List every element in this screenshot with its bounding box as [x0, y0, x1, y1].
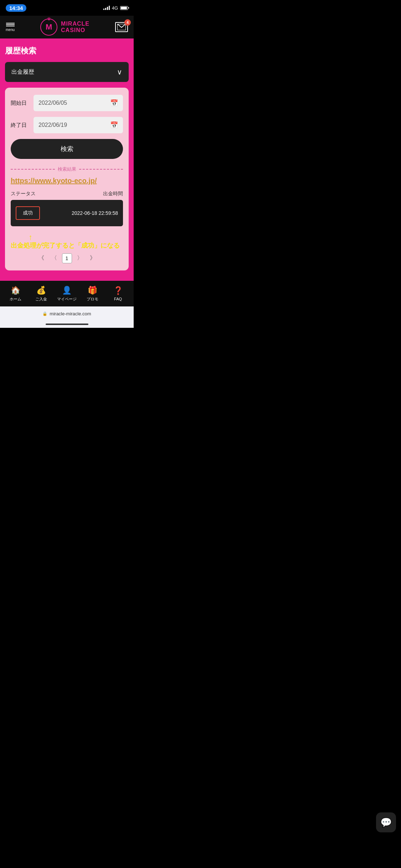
result-row: 成功 2022-06-18 22:59:58: [11, 200, 123, 226]
start-date-row: 開始日 2022/06/05 📅: [11, 95, 123, 111]
url-bar: 🔒 miracle-miracle.com: [0, 306, 134, 321]
status-header: ステータス: [11, 191, 36, 197]
nav-faq-label: FAQ: [114, 297, 122, 301]
page-title: 履歴検索: [5, 46, 129, 56]
chevron-down-icon: ∨: [117, 68, 122, 76]
nav-item-mypage[interactable]: 👤 マイページ: [54, 286, 80, 302]
end-date-row: 終了日 2022/06/19 📅: [11, 117, 123, 133]
results-divider: 検索結果: [11, 166, 123, 172]
pagination-last[interactable]: 》: [88, 253, 98, 263]
nav-item-faq[interactable]: ❓ FAQ: [105, 286, 131, 301]
result-time: 2022-06-18 22:59:58: [72, 210, 118, 216]
result-headers: ステータス 出金時間: [11, 191, 123, 197]
annotation-text: 出金処理が完了すると「成功」になる: [11, 241, 123, 250]
logo-area: ♛ M MIRACLE CASINO: [40, 19, 89, 36]
annotation: ↑ 出金処理が完了すると「成功」になる: [11, 231, 123, 250]
logo-miracle: MIRACLE: [61, 21, 89, 27]
battery-icon: [120, 6, 128, 10]
home-bar: [46, 324, 88, 325]
nav-item-home[interactable]: 🏠 ホーム: [3, 286, 29, 302]
end-date-input[interactable]: 2022/06/19 📅: [34, 117, 123, 133]
calendar-icon: 📅: [110, 121, 118, 129]
mail-button[interactable]: 4: [115, 22, 128, 32]
end-date-label: 終了日: [11, 122, 29, 129]
pagination-current: 1: [62, 253, 72, 263]
faq-icon: ❓: [113, 286, 123, 295]
nav-item-promo[interactable]: 🎁 プロモ: [79, 286, 105, 302]
status-time: 14:34: [6, 4, 26, 12]
bottom-nav: 🏠 ホーム 💰 ご入金 👤 マイページ 🎁 プロモ ❓ FAQ: [0, 281, 134, 306]
logo-crown-icon: ♛: [47, 16, 51, 21]
history-type-dropdown[interactable]: 出金履歴 ∨: [5, 62, 129, 82]
pagination-next[interactable]: 〉: [75, 253, 85, 263]
nav-item-deposit[interactable]: 💰 ご入金: [29, 286, 54, 302]
nav-home-label: ホーム: [10, 296, 21, 302]
logo-m: M: [46, 22, 52, 32]
result-url[interactable]: https://www.kyoto-eco.jp/: [11, 177, 123, 185]
menu-bar: [6, 23, 15, 24]
annotation-arrow: ↑: [11, 233, 123, 241]
status-icons: 4G: [103, 5, 128, 11]
search-button[interactable]: 検索: [11, 139, 123, 159]
nav-mypage-label: マイページ: [57, 296, 77, 302]
logo-text: MIRACLE CASINO: [61, 21, 89, 33]
logo-circle: ♛ M: [40, 19, 57, 36]
logo-casino: CASINO: [61, 27, 89, 33]
home-icon: 🏠: [11, 286, 20, 295]
signal-icon: [103, 6, 110, 10]
header: menu ♛ M MIRACLE CASINO 4: [0, 16, 134, 38]
pagination-prev[interactable]: 〈: [49, 253, 59, 263]
divider-line-right: [79, 169, 123, 170]
start-date-value: 2022/06/05: [38, 100, 67, 106]
promo-icon: 🎁: [88, 286, 97, 295]
mail-badge: 4: [124, 19, 131, 26]
network-label: 4G: [112, 5, 118, 11]
calendar-icon: 📅: [110, 99, 118, 107]
end-date-value: 2022/06/19: [38, 122, 67, 128]
menu-bar: [6, 24, 15, 25]
status-badge: 成功: [16, 206, 40, 220]
divider-line-left: [11, 169, 55, 170]
start-date-label: 開始日: [11, 100, 29, 107]
menu-label: menu: [6, 28, 15, 32]
start-date-input[interactable]: 2022/06/05 📅: [34, 95, 123, 111]
dropdown-label: 出金履歴: [11, 68, 34, 76]
pagination-first[interactable]: 《: [36, 253, 46, 263]
main-content: 履歴検索 出金履歴 ∨ 開始日 2022/06/05 📅 終了日 2022/06…: [0, 38, 134, 281]
mypage-icon: 👤: [62, 286, 72, 295]
nav-deposit-label: ご入金: [35, 296, 47, 302]
deposit-icon: 💰: [36, 286, 46, 295]
menu-bar: [6, 26, 15, 26]
status-bar: 14:34 4G: [0, 0, 134, 16]
home-indicator: [0, 321, 134, 328]
divider-label: 検索結果: [58, 166, 76, 172]
lock-icon: 🔒: [42, 311, 47, 316]
search-card: 開始日 2022/06/05 📅 終了日 2022/06/19 📅 検索 検索結…: [5, 88, 129, 270]
nav-promo-label: プロモ: [87, 296, 98, 302]
pagination: 《 〈 1 〉 》: [11, 253, 123, 263]
menu-button[interactable]: menu: [6, 23, 15, 32]
time-header: 出金時間: [103, 191, 123, 197]
url-text: miracle-miracle.com: [50, 311, 91, 316]
